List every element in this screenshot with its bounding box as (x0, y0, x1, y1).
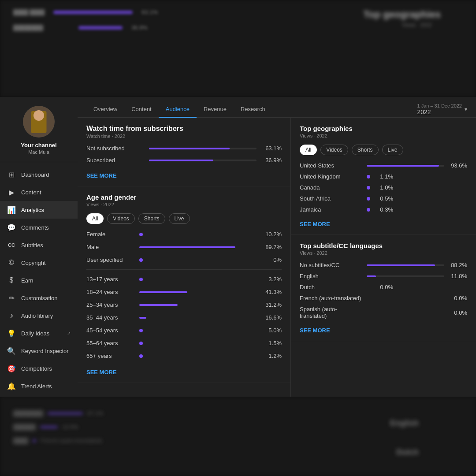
geo-us-row: United States 93.6% (300, 162, 467, 169)
subscribed-value: 36.9% (262, 157, 282, 164)
geo-uk-row: United Kingdom 1.1% (300, 173, 467, 180)
sub-none-value: 88.2% (450, 262, 467, 268)
sub-spanish-row: Spanish (auto-translated) 0.0% (300, 306, 467, 319)
sidebar-label-earn: Earn (21, 277, 71, 284)
competitors-icon: 🎯 (7, 364, 16, 373)
sub-none-label: No subtitles/CC (300, 262, 361, 268)
geo-uk-dot (367, 175, 370, 178)
customisation-icon: ✏ (7, 294, 16, 302)
geo-filter-all[interactable]: All (300, 145, 317, 155)
age-65-plus-row: 65+ years 1.2% (86, 353, 282, 359)
geo-canada-value: 1.0% (376, 184, 393, 191)
watch-subscribed-row: Subscribed 36.9% (86, 157, 282, 164)
subscribed-bar-container (149, 160, 257, 161)
male-label: Male (86, 244, 139, 250)
geo-filter-live[interactable]: Live (382, 145, 403, 155)
tab-revenue[interactable]: Revenue (197, 101, 234, 118)
sidebar-item-settings[interactable]: ⚙ Settings (0, 395, 78, 397)
sidebar-item-comments[interactable]: 💬 Comments (0, 219, 78, 236)
not-subscribed-label: Not subscribed (86, 145, 144, 152)
age-35-44-value: 16.6% (260, 314, 282, 321)
sub-english-bar-container (367, 275, 444, 277)
sidebar-item-daily-ideas[interactable]: 💡 Daily Ideas ↗ (0, 324, 78, 342)
sub-french-label: French (auto-translated) (300, 295, 361, 301)
age-gender-filter-tabs: All Videos Shorts Live (86, 213, 282, 224)
bottom-blur-content: ████████ 67.1% English ██████ 12.0% Dutc… (0, 397, 476, 476)
comments-icon: 💬 (7, 223, 16, 232)
geo-filter-tabs: All Videos Shorts Live (300, 145, 467, 155)
sidebar-label-analytics: Analytics (21, 207, 71, 213)
chevron-down-icon: ▾ (465, 106, 467, 112)
age-45-54-value: 5.0% (260, 327, 282, 334)
channel-handle: Mac Mula (28, 149, 49, 155)
top-geo-title: Top geographies (300, 125, 467, 132)
external-icon: ↗ (67, 331, 71, 336)
geo-us-value: 93.6% (450, 162, 467, 169)
sidebar-item-content[interactable]: ▶ Content (0, 183, 78, 201)
sidebar-item-trend-alerts[interactable]: 🔔 Trend Alerts (0, 377, 78, 395)
age-25-34-wrap (139, 304, 260, 306)
sidebar-item-audio-library[interactable]: ♪ Audio library (0, 307, 78, 324)
age-see-more[interactable]: SEE MORE (86, 369, 117, 376)
geo-see-more[interactable]: SEE MORE (300, 221, 330, 227)
age-35-44-wrap (139, 317, 260, 319)
user-specified-dot (139, 258, 143, 262)
sidebar-label-daily-ideas: Daily Ideas (21, 330, 62, 337)
geo-filter-shorts[interactable]: Shorts (352, 145, 379, 155)
age-25-34-label: 25–34 years (86, 301, 139, 308)
geo-sa-dot (367, 197, 370, 201)
age-65-plus-value: 1.2% (260, 353, 282, 359)
date-selector[interactable]: 1 Jan – 31 Dec 2022 2022 ▾ (417, 103, 467, 115)
age-35-44-row: 35–44 years 16.6% (86, 314, 282, 321)
subtitles-see-more[interactable]: SEE MORE (300, 327, 330, 334)
sub-english-value: 11.8% (450, 273, 467, 279)
sub-dutch-label: Dutch (300, 284, 361, 290)
sidebar-item-competitors[interactable]: 🎯 Competitors (0, 360, 78, 377)
female-dot (139, 233, 143, 236)
age-filter-shorts[interactable]: Shorts (138, 213, 165, 224)
top-subtitles-subtitle: Views · 2022 (300, 250, 467, 256)
watch-time-section: Watch time from subscribers Watch time ·… (78, 118, 290, 186)
sidebar-item-dashboard[interactable]: ⊞ Dashboard (0, 166, 78, 183)
copyright-icon: © (7, 258, 16, 267)
sidebar-item-earn[interactable]: $ Earn (0, 271, 78, 289)
watch-see-more[interactable]: SEE MORE (86, 172, 117, 179)
sidebar-label-customisation: Customisation (21, 295, 71, 301)
male-value: 89.7% (260, 244, 282, 250)
tab-content[interactable]: Content (124, 101, 159, 118)
sidebar-item-copyright[interactable]: © Copyright (0, 254, 78, 271)
channel-name: Your channel (21, 142, 56, 149)
sidebar-label-copyright: Copyright (21, 260, 71, 266)
sidebar-item-analytics[interactable]: 📊 Analytics (0, 201, 78, 219)
age-25-34-bar (139, 304, 178, 306)
not-subscribed-bar-container (149, 148, 257, 149)
sidebar-item-customisation[interactable]: ✏ Customisation (0, 289, 78, 307)
user-specified-label: User specified (86, 257, 139, 263)
keyword-icon: 🔍 (7, 346, 16, 355)
trend-alerts-icon: 🔔 (7, 382, 16, 390)
age-55-64-dot (139, 342, 143, 345)
tab-research[interactable]: Research (234, 101, 272, 118)
tab-overview[interactable]: Overview (86, 101, 124, 118)
age-gender-section: Age and gender Views · 2022 All Videos S… (78, 186, 290, 383)
sidebar-label-dashboard: Dashboard (21, 171, 71, 178)
sidebar-item-subtitles[interactable]: CC Subtitles (0, 236, 78, 254)
female-label: Female (86, 231, 139, 238)
sub-none-bar (367, 264, 435, 266)
earn-icon: $ (7, 276, 16, 285)
sidebar-label-audio: Audio library (21, 312, 71, 319)
age-filter-all[interactable]: All (86, 213, 104, 224)
age-18-24-bar (139, 291, 187, 293)
age-18-24-wrap (139, 291, 260, 293)
age-55-64-wrap (139, 342, 260, 345)
two-col-layout: Watch time from subscribers Watch time ·… (78, 118, 476, 397)
age-filter-videos[interactable]: Videos (107, 213, 134, 224)
sidebar-item-keyword-inspector[interactable]: 🔍 Keyword Inspector (0, 342, 78, 360)
sidebar-label-keyword: Keyword Inspector (21, 348, 71, 354)
geo-filter-videos[interactable]: Videos (320, 145, 348, 155)
sidebar-label-trend-alerts: Trend Alerts (21, 383, 71, 390)
age-filter-live[interactable]: Live (169, 213, 190, 224)
age-18-24-value: 41.3% (260, 289, 282, 295)
sub-none-bar-container (367, 264, 444, 266)
tab-audience[interactable]: Audience (159, 101, 197, 118)
